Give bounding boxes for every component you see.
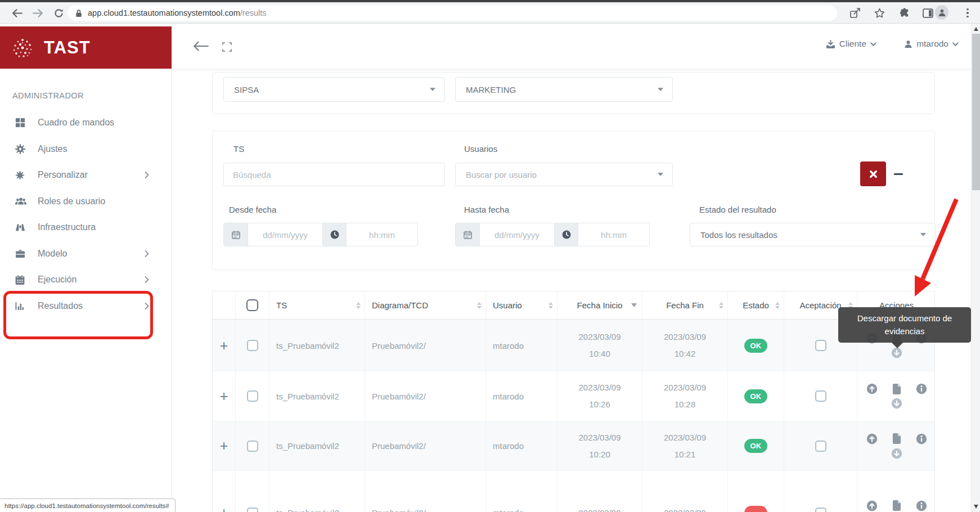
column-header[interactable]: Usuario [486,291,558,319]
upload-icon[interactable] [866,433,878,444]
fecha-fin-date: 2023/03/09 [664,505,706,512]
browser-menu-icon[interactable] [961,6,974,20]
app-back-button[interactable] [193,39,210,53]
info-icon[interactable] [916,500,927,511]
expand-row-button[interactable]: + [213,506,235,512]
column-header[interactable]: Diagrama/TCD [365,291,486,319]
upload-icon[interactable] [866,500,878,511]
calendar-icon [15,274,28,285]
to-time-input[interactable]: hh:mm [578,223,649,246]
from-date-input[interactable]: dd/mm/yyyy [248,223,322,246]
usuario-value: mtarodo [486,392,524,401]
sort-icon[interactable] [549,302,553,309]
sort-icon[interactable] [775,302,780,309]
fecha-fin-time: 10:28 [675,396,696,413]
sidebar-item-infraestructura[interactable]: Infraestructura [0,214,172,241]
expand-cell: + [213,371,236,421]
column-header[interactable]: Fecha Fin [642,291,728,319]
acceptance-checkbox[interactable] [815,507,826,512]
column-header[interactable]: TS [269,291,365,319]
ts-value: ts_Pruebamóvil2 [269,392,339,401]
ts-search-input[interactable] [223,163,445,186]
sort-icon[interactable] [719,302,723,309]
select-caret-icon [920,233,926,236]
acceptance-checkbox[interactable] [815,390,826,402]
row-checkbox[interactable] [247,340,258,351]
clock-picker-icon[interactable] [322,223,347,246]
sidebar-item-roles-de-usuario[interactable]: Roles de usuario [0,188,172,215]
sidebar-item-modelo[interactable]: Modelo [0,241,172,267]
calendar-picker-icon[interactable] [224,223,248,246]
sidebar-item-cuadro-de-mandos[interactable]: Cuadro de mandos [0,110,172,136]
sidebar-item-ajustes[interactable]: Ajustes [0,136,172,163]
download-icon[interactable] [891,347,902,358]
upload-icon[interactable] [866,383,878,394]
side-panel-icon[interactable] [921,6,934,20]
row-checkbox[interactable] [247,441,258,452]
diagrama-cell: Pruebamóvil2/ [365,421,486,470]
status-select-value: Todos los resultados [700,230,777,240]
row-checkbox[interactable] [247,390,258,402]
expand-row-button[interactable]: + [213,389,235,403]
client-dropdown[interactable]: Cliente [826,39,876,49]
select-all-checkbox[interactable] [246,299,258,311]
scroll-down-icon[interactable] [974,505,978,509]
acciones-cell [857,471,936,512]
clock-picker-icon[interactable] [554,223,578,246]
browser-reload-icon[interactable] [52,6,65,20]
profile-avatar-icon[interactable] [935,6,948,19]
usuario-cell: mtarodo [486,320,558,371]
download-icon[interactable] [891,398,902,409]
row-checkbox[interactable] [247,507,258,512]
vertical-scrollbar[interactable] [971,24,980,512]
browser-forward-icon[interactable] [31,6,44,20]
back-arrow-icon [193,41,209,51]
user-dropdown[interactable]: mtarodo [904,39,959,49]
scrollbar-thumb[interactable] [972,34,980,190]
column-header-label: Usuario [486,300,522,310]
project-select[interactable]: MARKETING [455,77,673,102]
chevron-right-icon [145,276,149,283]
status-bar-url: https://app.cloud1.testautomationsystemt… [0,498,176,512]
column-header[interactable]: Estado [728,291,784,319]
document-icon[interactable] [891,500,902,511]
app-logo[interactable]: TAST [0,26,172,69]
sort-icon[interactable] [477,302,482,309]
extensions-puzzle-icon[interactable] [898,6,911,20]
from-time-input[interactable]: hh:mm [347,223,417,246]
document-icon[interactable] [891,433,902,444]
sort-desc-icon[interactable] [631,303,637,307]
download-icon[interactable] [891,448,902,459]
sidebar-item-ejecucion[interactable]: Ejecución [0,267,172,293]
sidebar-item-personalizar[interactable]: Personalizar [0,162,172,188]
calendar-picker-icon[interactable] [456,223,480,246]
fullscreen-button[interactable] [222,41,233,52]
aceptacion-cell [784,421,857,470]
to-date-input[interactable]: dd/mm/yyyy [480,223,554,246]
acceptance-checkbox[interactable] [815,441,826,452]
clear-filters-button[interactable] [860,161,886,186]
estado-cell: OK [728,371,784,421]
sidebar-item-resultados[interactable]: Resultados [0,293,172,320]
acceptance-checkbox[interactable] [815,340,826,351]
info-icon[interactable] [916,433,927,444]
url-bar[interactable]: app.cloud1.testautomationsystemtool.com/… [68,5,837,21]
expand-row-button[interactable]: + [213,439,235,453]
column-header-label: Aceptación [799,300,841,310]
sort-icon[interactable] [356,302,361,309]
document-icon[interactable] [891,383,902,394]
status-select[interactable]: Todos los resultados [690,223,936,246]
collapse-filters-button[interactable] [891,161,906,186]
acciones-cell [857,421,936,470]
diagrama-value: Pruebamóvil2/ [365,441,426,451]
share-icon[interactable] [848,6,862,20]
client-select[interactable]: SIPSA [223,77,445,102]
browser-back-icon[interactable] [10,6,24,20]
users-select[interactable]: Buscar por usuario [455,163,673,186]
bookmark-star-icon[interactable] [873,6,886,20]
expand-row-button[interactable]: + [213,339,235,353]
scroll-up-icon[interactable] [974,27,978,31]
ts-value: ts_Pruebamóvil2 [269,441,339,451]
column-header[interactable]: Fecha Inicio [558,291,642,319]
info-icon[interactable] [916,383,927,394]
